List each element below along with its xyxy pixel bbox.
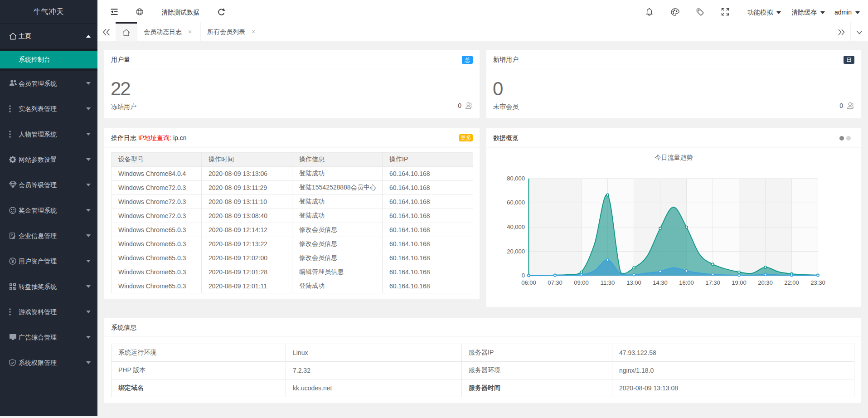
svg-text:11:30: 11:30 [601,279,615,286]
svg-text:23:30: 23:30 [810,279,825,286]
svg-text:07:30: 07:30 [548,279,563,286]
svg-text:22:00: 22:00 [784,279,799,286]
svg-text:今日流量趋势: 今日流量趋势 [655,154,693,161]
svg-text:17:30: 17:30 [705,279,720,286]
svg-text:20:30: 20:30 [758,279,773,286]
svg-text:20,000: 20,000 [507,248,525,255]
svg-text:60,000: 60,000 [507,199,525,206]
svg-text:06:00: 06:00 [521,279,536,286]
svg-text:0: 0 [522,272,525,279]
svg-text:09:00: 09:00 [574,279,589,286]
svg-text:14:30: 14:30 [653,279,668,286]
svg-text:19:00: 19:00 [732,279,747,286]
svg-text:16:00: 16:00 [679,279,694,286]
svg-text:80,000: 80,000 [507,175,525,182]
svg-text:13:00: 13:00 [626,279,641,286]
svg-text:40,000: 40,000 [507,224,525,230]
